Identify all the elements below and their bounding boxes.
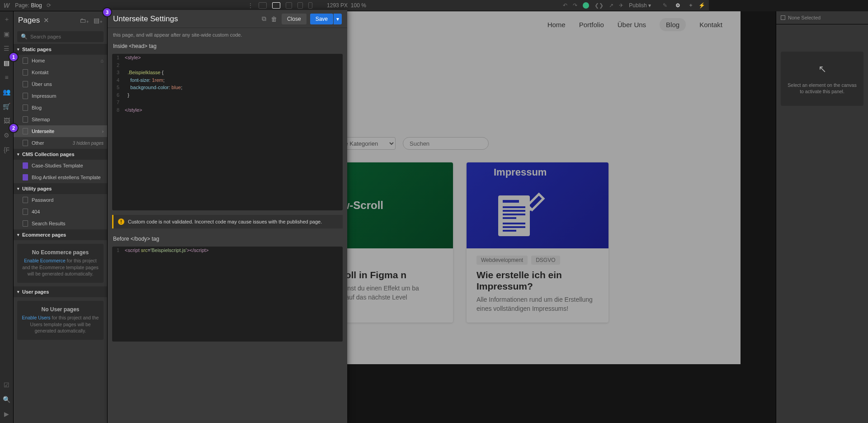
chevron-right-icon[interactable]: › bbox=[102, 129, 104, 134]
page-label: Blog bbox=[32, 105, 42, 110]
left-toolbar: ＋ ▣ ☰ ▤ ≡ 👥 🛒 🖼 ⚙ {F ☑ 🔍 ▶ bbox=[0, 11, 14, 346]
more-icon[interactable]: ⋮ bbox=[248, 2, 253, 9]
page-item[interactable]: Other3 hidden pages bbox=[14, 137, 107, 149]
page-item[interactable]: Search Results bbox=[14, 218, 107, 229]
page-label: Impressum bbox=[32, 93, 56, 99]
page-label: Sitemap bbox=[32, 117, 50, 122]
page-label: Case-Studies Template bbox=[32, 163, 83, 168]
page-item[interactable]: Impressum bbox=[14, 90, 107, 102]
page-icon bbox=[23, 81, 28, 87]
svg-rect-5 bbox=[503, 217, 516, 219]
page-item[interactable]: Blog bbox=[14, 102, 107, 114]
page-label: Other bbox=[32, 140, 44, 146]
page-item[interactable]: Home⌂ bbox=[14, 55, 107, 67]
close-button[interactable]: Close bbox=[282, 14, 307, 24]
redo-icon[interactable]: ↷ bbox=[573, 2, 577, 9]
breakpoint-mobile-landscape[interactable] bbox=[297, 2, 303, 9]
page-icon bbox=[23, 140, 28, 146]
sync-icon[interactable]: ⟳ bbox=[47, 2, 51, 9]
section-user-pages[interactable]: ▾User pages bbox=[14, 286, 107, 297]
tag[interactable]: DSGVO bbox=[531, 256, 560, 265]
head-code-label: Inside <head> tag bbox=[108, 40, 347, 52]
save-button[interactable]: Save bbox=[310, 14, 333, 24]
body-code-label: Before </body> tag bbox=[108, 233, 347, 245]
breakpoint-desktop[interactable] bbox=[272, 2, 280, 9]
nav-link[interactable]: Kontakt bbox=[699, 21, 709, 29]
nav-link[interactable]: Home bbox=[547, 21, 566, 29]
new-page-icon[interactable]: ▤₊ bbox=[94, 17, 103, 24]
head-code-editor[interactable]: 1<style>23 .Beispielklasse {4 font-size:… bbox=[112, 54, 343, 210]
tag-row: WebdevelopmentDSGVO bbox=[476, 256, 599, 265]
nav-link[interactable]: Portfolio bbox=[579, 21, 604, 29]
settings-icon[interactable]: ⚙ bbox=[673, 0, 683, 10]
paper-plane-icon[interactable]: ✈ bbox=[619, 2, 623, 9]
pages-search[interactable]: 🔍 bbox=[17, 31, 104, 42]
bolt-icon[interactable]: ⚡ bbox=[698, 2, 705, 9]
page-item[interactable]: 404 bbox=[14, 206, 107, 218]
blog-card[interactable]: ImpressumWebdevelopmentDSGVOWie erstelle… bbox=[467, 162, 609, 323]
user-empty: No User pages Enable Users for this proj… bbox=[17, 301, 104, 340]
cms-icon[interactable]: ≡ bbox=[3, 74, 10, 81]
cards-row: rflow-ScrollFigmaw scroll in Figma nArti… bbox=[311, 162, 709, 323]
breakpoint-mobile[interactable] bbox=[308, 2, 312, 9]
publish-button[interactable]: Publish ▾ bbox=[629, 2, 651, 9]
page-icon bbox=[23, 105, 28, 111]
duplicate-icon[interactable]: ⧉ bbox=[262, 15, 266, 23]
blog-search-input[interactable] bbox=[403, 137, 489, 150]
undo-icon[interactable]: ↶ bbox=[563, 2, 567, 9]
ecommerce-icon[interactable]: 🛒 bbox=[3, 103, 10, 110]
layers-icon[interactable]: ☰ bbox=[3, 45, 10, 52]
export-icon[interactable]: ↗ bbox=[609, 2, 613, 9]
page-item[interactable]: Case-Studies Template bbox=[14, 160, 107, 171]
section-utility-pages[interactable]: ▾Utility pages bbox=[14, 183, 107, 194]
pages-search-input[interactable] bbox=[30, 34, 100, 39]
enable-users-link[interactable]: Enable Users bbox=[22, 315, 51, 320]
page-icon bbox=[23, 69, 28, 76]
section-ecommerce-pages[interactable]: ▾Ecommerce pages bbox=[14, 229, 107, 240]
new-folder-icon[interactable]: 🗀₊ bbox=[80, 17, 89, 24]
assets-icon[interactable]: 🖼 bbox=[3, 117, 10, 124]
page-item[interactable]: Blog Artikel erstellens Template bbox=[14, 171, 107, 183]
project-settings-icon[interactable]: ⚙ bbox=[3, 132, 10, 139]
page-item[interactable]: Password bbox=[14, 194, 107, 206]
nav-link[interactable]: Über Uns bbox=[618, 21, 646, 29]
save-dropdown-button[interactable]: ▾ bbox=[334, 14, 342, 24]
pages-icon[interactable]: ▤ bbox=[3, 59, 10, 67]
code-warning: ! Custom code is not validated. Incorrec… bbox=[112, 215, 343, 228]
breakpoint-large[interactable] bbox=[259, 2, 267, 9]
breakpoint-bar bbox=[259, 2, 312, 9]
page-item[interactable]: Über uns bbox=[14, 78, 107, 90]
section-static-pages[interactable]: ▾Static pages bbox=[14, 44, 107, 55]
modal-title: Unterseite Settings bbox=[113, 14, 262, 24]
warning-icon: ! bbox=[118, 219, 124, 225]
users-icon[interactable]: 👥 bbox=[3, 88, 10, 95]
page-name[interactable]: Blog bbox=[31, 2, 42, 9]
svg-rect-4 bbox=[503, 214, 525, 215]
trash-icon[interactable]: 🗑 bbox=[271, 15, 277, 23]
enable-ecommerce-link[interactable]: Enable Ecommerce bbox=[24, 258, 66, 263]
add-icon[interactable]: ＋ bbox=[3, 16, 10, 23]
page-label: Password bbox=[32, 197, 53, 203]
section-cms-pages[interactable]: ▾CMS Collection pages bbox=[14, 149, 107, 160]
code-icon[interactable]: ❮❯ bbox=[594, 2, 604, 9]
tag[interactable]: Webdevelopment bbox=[476, 256, 528, 265]
page-item[interactable]: Kontakt bbox=[14, 67, 107, 78]
home-icon: ⌂ bbox=[100, 58, 104, 63]
brush-icon[interactable]: ✎ bbox=[663, 2, 667, 9]
svg-rect-6 bbox=[503, 223, 525, 224]
page-label: Home bbox=[32, 58, 45, 63]
interactions-icon[interactable]: ✦ bbox=[689, 2, 693, 9]
status-ok-icon[interactable] bbox=[583, 2, 589, 9]
nav-link[interactable]: Blog bbox=[660, 18, 686, 31]
page-item[interactable]: Unterseite› bbox=[14, 125, 107, 137]
page-item[interactable]: Sitemap bbox=[14, 114, 107, 125]
breakpoint-tablet[interactable] bbox=[286, 2, 292, 9]
webflow-logo[interactable]: W bbox=[4, 2, 9, 9]
body-code-editor[interactable]: 1<script src='Beispielscript.js'></scrip… bbox=[112, 247, 343, 342]
box-icon[interactable]: ▣ bbox=[3, 30, 10, 38]
page-icon bbox=[23, 93, 28, 99]
variables-icon[interactable]: {F bbox=[3, 146, 10, 153]
page-icon bbox=[23, 209, 28, 215]
close-icon[interactable]: ✕ bbox=[43, 16, 49, 24]
svg-rect-8 bbox=[503, 230, 516, 232]
